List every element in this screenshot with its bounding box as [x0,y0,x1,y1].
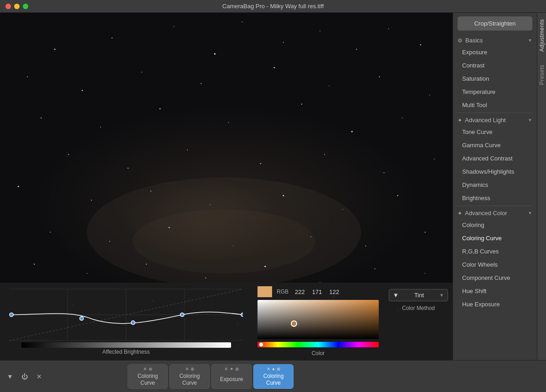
panel-item-coloring-curve[interactable]: Coloring Curve [455,232,535,245]
color-picker-dot[interactable] [291,320,297,327]
close-button[interactable] [5,4,11,9]
sep-2 [457,206,533,206]
tab-dot-icon-3: ● [272,366,275,371]
curve-section: Affected Brightness [0,283,252,360]
canvas-overlay: Affected Brightness RGB 222 171 122 [0,283,453,360]
advanced-color-label: Advanced Color [465,210,507,217]
panel-item-dynamics[interactable]: Dynamics [455,178,535,191]
rgb-label: RGB [277,289,288,295]
panel-item-temperature[interactable]: Temperature [455,85,535,98]
right-panel: Crop/Straighten ⚙ Basics ▼ Exposure Cont… [453,13,537,360]
rgb-b: 122 [329,289,339,295]
tool-tab-0-label: ColoringCurve [138,373,158,386]
adjustments-tab[interactable]: Adjustments [537,13,546,58]
panel-item-shadows-highlights[interactable]: Shadows/Highlights [455,165,535,178]
tool-tab-2-icons: ✕ ✦ ⊕ [212,366,251,371]
tab-close-icon-3[interactable]: ✕ [267,366,270,371]
color-swatch[interactable] [258,286,272,297]
main-area: Affected Brightness RGB 222 171 122 [0,13,546,360]
curve-canvas[interactable] [9,287,243,342]
advanced-light-label: Advanced Light [465,117,506,124]
color-header: RGB 222 171 122 [258,286,379,297]
taskbar-left: ▼ ⏻ ✕ [5,372,44,381]
method-label: Color Method [389,305,448,311]
traffic-lights[interactable] [5,4,28,9]
tab-close-icon-2[interactable]: ✕ [224,366,228,371]
basics-chevron: ▼ [528,38,532,43]
tab-add-icon-3[interactable]: ⊕ [277,366,280,371]
tool-tab-1[interactable]: ✕ ⊕ ColoringCurve [170,364,210,389]
tab-close-icon-1[interactable]: ✕ [185,366,189,371]
tool-tab-1-icons: ✕ ⊕ [170,366,209,371]
tab-star-icon-2[interactable]: ✦ [230,366,233,371]
color-picker-section: RGB 222 171 122 Color [252,283,384,360]
svg-point-69 [80,317,83,320]
tab-close-icon-0[interactable]: ✕ [143,366,147,371]
advanced-color-chevron: ▼ [528,211,532,216]
dropdown-value: Tint [414,292,424,299]
tool-tab-0-icons: ✕ ⊕ [128,366,167,371]
maximize-button[interactable] [23,4,28,9]
minimize-button[interactable] [14,4,20,9]
svg-point-68 [10,313,13,316]
tool-tab-3-label: ColoringCurve [263,373,284,386]
tool-tab-3[interactable]: ✕ ● ⊕ ColoringCurve [253,364,294,389]
basics-icon: ⚙ [458,37,463,44]
color-method-dropdown[interactable]: ▼ Tint ▼ [389,289,448,301]
taskbar: ▼ ⏻ ✕ ✕ ⊕ ColoringCurve ✕ ⊕ ColoringCurv… [0,360,546,392]
presets-tab[interactable]: Presets [537,58,546,91]
panel-item-component-curve[interactable]: Component Curve [455,271,535,284]
chevron-down-icon[interactable]: ▼ [5,372,15,381]
hue-indicator[interactable] [259,342,263,347]
basics-section-header[interactable]: ⚙ Basics ▼ [453,34,537,46]
panel-item-tone-curve[interactable]: Tone Curve [455,125,535,139]
panel-item-saturation[interactable]: Saturation [455,72,535,85]
canvas-area: Affected Brightness RGB 222 171 122 [0,13,453,360]
brightness-label: Affected Brightness [9,349,243,358]
tool-tab-3-icons: ✕ ● ⊕ [254,366,293,371]
advanced-light-icon: ✦ [458,117,462,124]
rgb-r: 222 [295,289,305,295]
power-icon[interactable]: ⏻ [20,372,29,381]
window-title: CameraBag Pro - Milky Way full res.tiff [222,3,324,10]
panel-item-multitool[interactable]: Multi Tool [455,98,535,112]
rgb-values: 222 171 122 [295,289,339,295]
advanced-light-chevron: ▼ [528,118,532,123]
panel-item-advanced-contrast[interactable]: Advanced Contrast [455,152,535,165]
tool-tab-2-label: Exposure [220,376,243,382]
svg-point-70 [131,321,135,325]
panel-item-coloring[interactable]: Coloring [455,218,535,232]
close-layer-icon[interactable]: ✕ [35,372,44,381]
brightness-slider[interactable] [21,342,231,348]
color-label: Color [258,350,379,356]
vertical-tabs: Adjustments Presets [537,13,546,360]
panel-item-contrast[interactable]: Contrast [455,59,535,72]
tab-add-icon-1[interactable]: ⊕ [191,366,194,371]
panel-item-rgb-curves[interactable]: R,G,B Curves [455,245,535,258]
tab-add-icon-2[interactable]: ⊕ [235,366,239,371]
panel-scroll[interactable]: ⚙ Basics ▼ Exposure Contrast Saturation … [453,34,537,360]
svg-point-71 [180,313,184,316]
panel-item-hue-exposure[interactable]: Hue Exposure [455,298,535,311]
color-picker-gradient[interactable] [258,300,379,339]
curve-svg[interactable] [9,287,243,342]
crop-straighten-button[interactable]: Crop/Straighten [458,16,532,31]
color-method-section: ▼ Tint ▼ Color Method [384,283,453,360]
sep-1 [457,113,533,113]
advanced-light-section-header[interactable]: ✦ Advanced Light ▼ [453,114,537,125]
color-hue-bar[interactable] [258,342,379,347]
panel-item-color-wheels[interactable]: Color Wheels [455,258,535,271]
tool-tab-0[interactable]: ✕ ⊕ ColoringCurve [128,364,168,389]
tool-tab-1-label: ColoringCurve [180,373,200,386]
tab-add-icon-0[interactable]: ⊕ [149,366,152,371]
dropdown-arrow: ▼ [393,292,399,299]
tool-tab-2[interactable]: ✕ ✦ ⊕ Exposure [211,364,252,389]
panel-item-exposure[interactable]: Exposure [455,46,535,59]
advanced-color-section-header[interactable]: ✦ Advanced Color ▼ [453,207,537,218]
panel-item-gamma-curve[interactable]: Gamma Curve [455,139,535,152]
dropdown-chevron: ▼ [439,293,444,298]
basics-label: Basics [465,37,483,44]
panel-item-brightness[interactable]: Brightness [455,191,535,205]
titlebar: CameraBag Pro - Milky Way full res.tiff [0,0,546,13]
panel-item-hue-shift[interactable]: Hue Shift [455,284,535,298]
